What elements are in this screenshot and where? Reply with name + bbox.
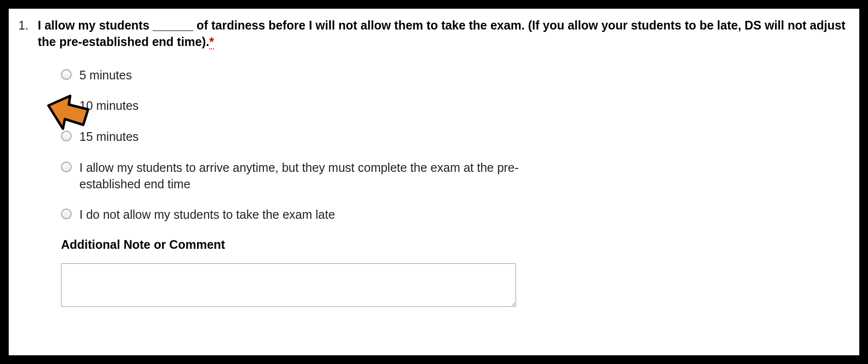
question-text-content: I allow my students ______ of tardiness …: [38, 18, 845, 48]
option-label: I do not allow my students to take the e…: [79, 207, 335, 223]
required-marker: *: [209, 35, 214, 49]
question-row: 1. I allow my students ______ of tardine…: [18, 17, 856, 309]
option-anytime[interactable]: I allow my students to arrive anytime, b…: [61, 160, 545, 193]
radio-icon[interactable]: [61, 209, 72, 219]
radio-icon[interactable]: [61, 69, 72, 80]
question-text: I allow my students ______ of tardiness …: [38, 17, 856, 50]
option-10-minutes[interactable]: 10 minutes: [61, 98, 545, 114]
question-body: I allow my students ______ of tardiness …: [38, 17, 856, 309]
option-label: 5 minutes: [79, 67, 132, 84]
option-label: 15 minutes: [79, 129, 138, 145]
option-15-minutes[interactable]: 15 minutes: [61, 129, 545, 145]
form-frame: 1. I allow my students ______ of tardine…: [0, 0, 868, 364]
note-label: Additional Note or Comment: [61, 238, 856, 252]
option-not-allowed[interactable]: I do not allow my students to take the e…: [61, 207, 545, 223]
option-5-minutes[interactable]: 5 minutes: [61, 67, 545, 84]
option-label: I allow my students to arrive anytime, b…: [79, 160, 545, 193]
option-label: 10 minutes: [79, 98, 138, 114]
question-number: 1.: [18, 17, 29, 34]
options-group: 5 minutes 10 minutes 15 minutes I allow …: [61, 67, 856, 309]
radio-icon[interactable]: [61, 162, 72, 172]
radio-icon[interactable]: [61, 131, 72, 141]
note-textarea[interactable]: [61, 263, 516, 307]
radio-icon[interactable]: [61, 100, 72, 110]
